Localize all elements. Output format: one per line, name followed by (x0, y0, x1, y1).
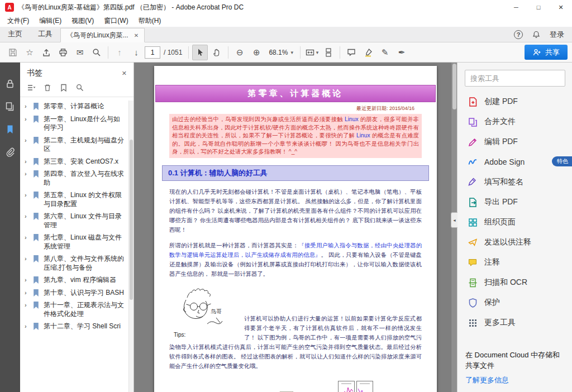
menu-edit[interactable]: 编辑(E) (34, 15, 66, 27)
bookmark-item[interactable]: ›第十二章、学习 Shell Scri (25, 322, 125, 331)
chevron-right-icon[interactable]: › (25, 170, 31, 178)
tool-send-for-comments[interactable]: 发送以供注释 (457, 232, 572, 252)
tool-scan-ocr[interactable]: 扫描和 OCR (457, 273, 572, 293)
tab-home[interactable]: 主页 (0, 26, 30, 42)
chevron-right-icon[interactable]: › (25, 102, 31, 110)
new-bookmark-icon[interactable] (59, 83, 68, 92)
zoom-in-icon[interactable]: ⊕ (249, 45, 264, 60)
bookmark-item[interactable]: ›第十章、认识与学习 BASH (25, 289, 125, 298)
chevron-right-icon[interactable]: › (25, 276, 31, 284)
next-page-icon[interactable]: ↓ (128, 45, 144, 60)
bookmark-item[interactable]: ›第六章、Linux 文件与目录管理 (25, 212, 125, 230)
bookmark-item[interactable]: ›第一章、Linux是什么与如何学习 (25, 115, 125, 132)
share-button[interactable]: 共享 (525, 45, 568, 60)
email-icon[interactable]: ✉ (72, 45, 88, 60)
security-lock-icon[interactable] (3, 77, 17, 90)
search-tools-input[interactable] (465, 70, 565, 87)
tool-export-pdf[interactable]: 导出 PDF (457, 192, 572, 212)
maximize-button[interactable]: □ (527, 0, 550, 15)
bookmark-item[interactable]: ›第二章、主机规划与磁盘分区 (25, 136, 125, 154)
toolbar-separator (300, 46, 301, 59)
menu-view[interactable]: 视图(V) (66, 15, 99, 27)
page-fit-icon[interactable]: ▾ (304, 45, 320, 60)
scrollbar-thumb[interactable] (452, 64, 456, 109)
bookmark-item[interactable]: ›第九章、vim 程序编辑器 (25, 276, 125, 285)
chevron-right-icon[interactable]: › (25, 115, 31, 123)
tab-document[interactable]: 《鸟哥的Linux房菜... ✕ (60, 28, 145, 42)
chevron-right-icon[interactable]: › (25, 233, 31, 241)
bookmarks-scrollbar[interactable] (128, 101, 134, 392)
help-icon[interactable]: ? (514, 30, 523, 39)
highlight-icon[interactable] (360, 45, 376, 60)
learn-more-link[interactable]: 了解更多信息 (465, 375, 509, 386)
attachments-paperclip-icon[interactable] (3, 146, 17, 159)
tab-tools[interactable]: 工具 (30, 26, 60, 42)
document-area[interactable]: 第零章、计算器概论 最近更新日期: 2015/04/16 由过去的经验当中，鸟哥… (134, 63, 457, 392)
bookmark-item[interactable]: ›第三章、安装 CentOS7.x (25, 157, 125, 166)
tool-more-tools[interactable]: 更多工具 (457, 313, 572, 333)
bookmark-icon (32, 102, 40, 111)
find-bookmark-icon[interactable] (75, 83, 84, 92)
tool-comments[interactable]: 注释 (457, 252, 572, 273)
tool-label: 创建 PDF (484, 97, 518, 107)
save-icon[interactable] (5, 45, 21, 60)
hand-tool-icon[interactable] (209, 45, 225, 60)
bookmark-item[interactable]: ›第四章、首次登入与在线求助 (25, 170, 125, 187)
zoom-level-select[interactable]: 68.1% ▾ (265, 45, 297, 60)
bookmark-icon (32, 233, 40, 242)
print-icon[interactable] (55, 45, 71, 60)
chevron-right-icon[interactable]: › (25, 212, 31, 220)
tool-adobe-sign[interactable]: Adobe Sign特色 (457, 152, 572, 172)
page-thumbnails-icon[interactable] (3, 100, 17, 113)
menu-window[interactable]: 窗口(W) (99, 15, 133, 27)
close-button[interactable]: ✕ (550, 0, 572, 15)
tool-protect[interactable]: 保护 (457, 293, 572, 313)
bookmark-item[interactable]: ›第七章、Linux 磁盘与文件系统管理 (25, 233, 125, 251)
menu-file[interactable]: 文件(F) (2, 15, 34, 27)
minimize-button[interactable]: ─ (505, 0, 527, 15)
tool-label: 填写和签名 (484, 177, 523, 187)
scroll-mode-icon[interactable] (321, 45, 336, 60)
menu-help[interactable]: 帮助(H) (134, 15, 166, 27)
chevron-right-icon[interactable]: › (25, 322, 31, 330)
chevron-right-icon[interactable]: › (25, 301, 31, 309)
tool-combine-files[interactable]: 合并文件 (457, 112, 572, 132)
star-icon[interactable]: ☆ (22, 45, 37, 60)
search-icon[interactable] (89, 45, 104, 60)
comment-icon[interactable] (344, 45, 359, 60)
collapse-panel-icon[interactable]: ◄ (451, 212, 457, 228)
pencil-icon[interactable]: ✎ (377, 45, 393, 60)
bookmark-item[interactable]: ›第八章、文件与文件系统的压缩,打包与备份 (25, 255, 125, 272)
sign-pen-icon[interactable]: ✒ (394, 45, 409, 60)
chevron-right-icon[interactable]: › (25, 157, 31, 165)
tool-fill-sign[interactable]: 填写和签名 (457, 172, 572, 192)
bookmark-item[interactable]: ›第零章、计算器概论 (25, 102, 125, 111)
bookmarks-panel-icon[interactable] (3, 123, 17, 136)
chevron-right-icon[interactable]: › (25, 136, 31, 144)
chevron-right-icon[interactable]: › (25, 289, 31, 297)
left-rail (0, 63, 20, 392)
tool-organize-pages[interactable]: 组织页面 (457, 212, 572, 232)
chevron-right-icon[interactable]: › (25, 255, 31, 262)
bookmark-item[interactable]: ›第五章、Linux 的文件权限与目录配置 (25, 191, 125, 208)
tab-close-icon[interactable]: ✕ (134, 32, 139, 39)
bookmark-item[interactable]: ›第十一章、正规表示法与文件格式化处理 (25, 301, 125, 318)
menubar: 文件(F) 编辑(E) 视图(V) 窗口(W) 帮助(H) (0, 15, 572, 27)
tool-label: 扫描和 OCR (484, 278, 527, 288)
login-button[interactable]: 登录 (550, 30, 564, 40)
share-upload-icon[interactable] (39, 45, 54, 60)
select-tool-icon[interactable] (192, 45, 208, 60)
previous-page-icon[interactable]: ↑ (112, 45, 127, 60)
page-number-input[interactable] (145, 46, 160, 59)
tool-create-pdf[interactable]: 创建 PDF (457, 92, 572, 112)
tool-edit-pdf[interactable]: 编辑 PDF (457, 132, 572, 152)
panel-close-icon[interactable]: ✕ (122, 70, 127, 77)
notifications-bell-icon[interactable] (532, 30, 541, 39)
bookmark-options-icon[interactable] (27, 83, 36, 92)
chevron-right-icon[interactable]: › (25, 191, 31, 199)
zoom-out-icon[interactable]: ⊖ (232, 45, 247, 60)
chart-thumbnails (338, 381, 373, 392)
scrollbar-thumb[interactable] (130, 140, 133, 300)
delete-bookmark-icon[interactable] (43, 83, 52, 92)
window-controls: ─ □ ✕ (505, 0, 572, 15)
